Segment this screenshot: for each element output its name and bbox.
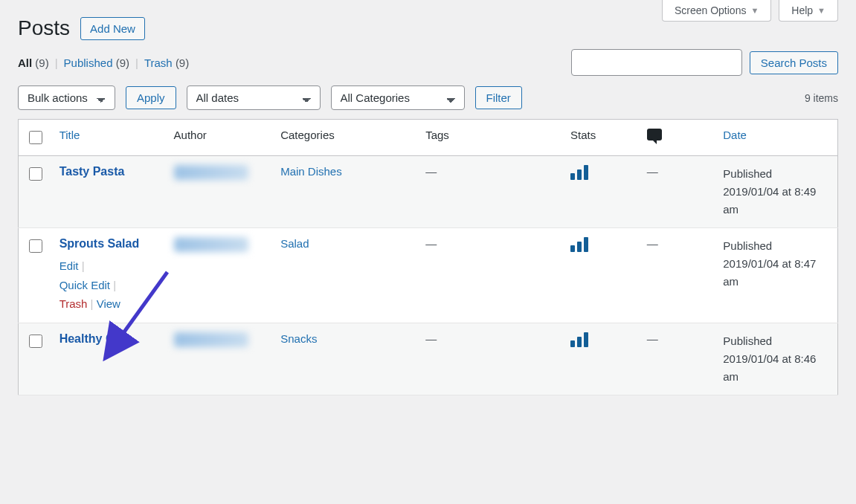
comment-icon	[647, 129, 662, 140]
post-title-link[interactable]: Healthy Oats	[59, 332, 132, 345]
column-author: Author	[167, 120, 274, 156]
date-status: Published	[723, 167, 772, 180]
search-posts-button[interactable]: Search Posts	[750, 51, 838, 74]
category-link[interactable]: Snacks	[280, 332, 317, 345]
column-stats: Stats	[563, 120, 640, 156]
tags-cell: —	[425, 165, 437, 178]
comments-cell: —	[647, 237, 658, 250]
help-button[interactable]: Help ▼	[779, 0, 838, 22]
posts-table: Title Author Categories Tags Stats Date …	[18, 119, 838, 395]
author-redacted	[174, 237, 248, 252]
row-checkbox[interactable]	[29, 239, 42, 253]
table-row: Tasty PastaMain Dishes——Published2019/01…	[19, 156, 838, 228]
quick-edit-link[interactable]: Quick Edit	[59, 279, 110, 291]
column-date[interactable]: Date	[715, 120, 837, 156]
view-link[interactable]: View	[97, 297, 120, 310]
bulk-actions-select[interactable]: Bulk actions	[18, 85, 115, 110]
select-all-checkbox[interactable]	[29, 131, 42, 144]
caret-down-icon: ▼	[817, 6, 826, 15]
category-link[interactable]: Main Dishes	[280, 165, 342, 178]
row-checkbox[interactable]	[29, 335, 42, 348]
date-value: 2019/01/04 at 8:46 am	[723, 352, 816, 383]
author-redacted	[174, 165, 248, 180]
column-categories: Categories	[273, 120, 418, 156]
row-actions: Edit | Quick Edit | Trash | View	[59, 256, 159, 314]
filter-trash[interactable]: Trash (9)	[144, 56, 189, 69]
tags-cell: —	[425, 237, 437, 250]
category-filter-select[interactable]: All Categories	[331, 85, 465, 110]
author-redacted	[174, 332, 248, 347]
stats-icon	[570, 237, 588, 252]
screen-options-button[interactable]: Screen Options ▼	[662, 0, 771, 22]
date-value: 2019/01/04 at 8:47 am	[723, 257, 816, 288]
post-title-link[interactable]: Tasty Pasta	[59, 165, 125, 178]
stats-link[interactable]	[570, 242, 588, 254]
apply-button[interactable]: Apply	[126, 86, 176, 109]
caret-down-icon: ▼	[750, 6, 759, 15]
item-count: 9 items	[805, 92, 838, 104]
stats-icon	[570, 332, 588, 347]
filter-published[interactable]: Published (9)	[64, 56, 129, 69]
page-title: Posts	[18, 16, 70, 40]
column-tags: Tags	[418, 120, 563, 156]
date-status: Published	[723, 239, 772, 252]
table-row: Sprouts Salad Edit | Quick Edit | Trash …	[19, 228, 838, 323]
post-title-link[interactable]: Sprouts Salad	[59, 237, 140, 250]
filter-all[interactable]: All (9)	[18, 56, 49, 69]
column-title[interactable]: Title	[52, 120, 167, 156]
filter-button[interactable]: Filter	[475, 86, 522, 109]
category-link[interactable]: Salad	[280, 237, 309, 250]
date-filter-select[interactable]: All dates	[187, 85, 321, 110]
column-comments	[640, 120, 716, 156]
date-value: 2019/01/04 at 8:49 am	[723, 185, 816, 216]
search-input[interactable]	[571, 49, 742, 76]
edit-link[interactable]: Edit	[59, 259, 79, 272]
row-checkbox[interactable]	[29, 167, 42, 181]
stats-link[interactable]	[570, 169, 588, 182]
comments-cell: —	[647, 165, 658, 178]
table-row: Healthy OatsSnacks——Published2019/01/04 …	[19, 323, 838, 395]
stats-link[interactable]	[570, 337, 588, 349]
comments-cell: —	[647, 332, 658, 345]
date-status: Published	[723, 335, 772, 347]
trash-link[interactable]: Trash	[59, 297, 88, 310]
help-label: Help	[791, 4, 813, 16]
add-new-button[interactable]: Add New	[80, 17, 145, 40]
screen-options-label: Screen Options	[675, 4, 747, 16]
tags-cell: —	[425, 332, 437, 345]
stats-icon	[570, 165, 588, 180]
